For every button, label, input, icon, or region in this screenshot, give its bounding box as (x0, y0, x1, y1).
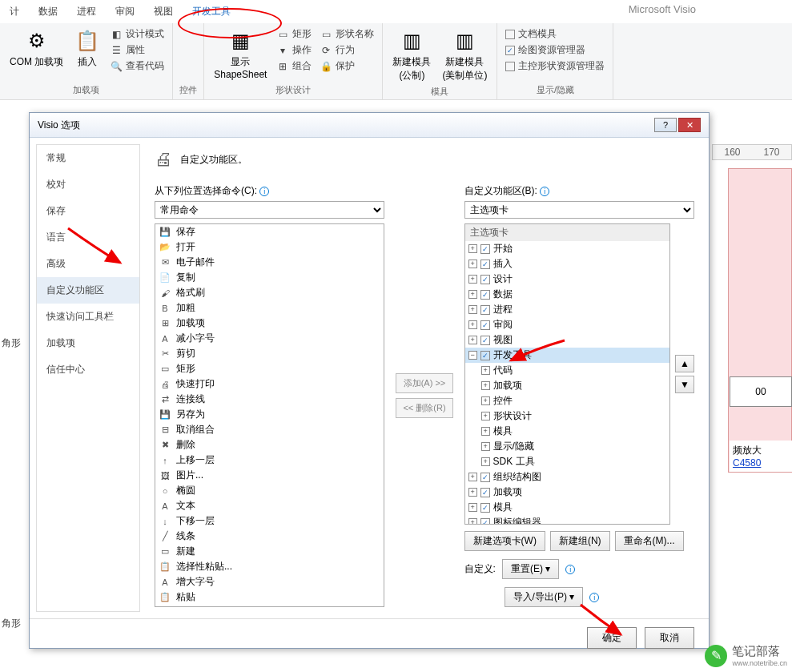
expand-icon[interactable]: + (468, 336, 477, 344)
tab-review[interactable]: 审阅 (106, 0, 144, 23)
sidebar-item[interactable]: 加载项 (37, 330, 139, 356)
view-code-button[interactable]: 🔍查看代码 (108, 58, 166, 74)
sidebar-item[interactable]: 快速访问工具栏 (37, 304, 139, 330)
reset-button[interactable]: 重置(E) ▾ (502, 559, 559, 579)
sidebar-item[interactable]: 校对 (37, 171, 139, 198)
sidebar-item[interactable]: 常规 (37, 145, 139, 171)
expand-icon[interactable]: + (468, 518, 477, 525)
sidebar-item[interactable]: 高级 (37, 251, 139, 277)
import-export-button[interactable]: 导入/导出(P) ▾ (505, 587, 584, 607)
expand-icon[interactable]: + (468, 275, 477, 284)
command-item[interactable]: ↓下移一层 (155, 513, 384, 529)
new-group-button[interactable]: 新建组(N) (550, 531, 610, 551)
tab-data[interactable]: 数据 (29, 0, 67, 23)
expand-icon[interactable]: + (468, 488, 477, 497)
checkbox-icon[interactable]: ✓ (480, 351, 490, 360)
com-addins-button[interactable]: ⚙COM 加载项 (6, 26, 66, 70)
tree-item[interactable]: +控件 (465, 393, 669, 408)
tree-item[interactable]: +✓视图 (465, 332, 669, 348)
command-item[interactable]: ▭新建 (155, 544, 384, 559)
new-stencil-us-button[interactable]: ▥新建模具 (美制单位) (439, 26, 490, 84)
add-button[interactable]: 添加(A) >> (396, 373, 452, 393)
command-item[interactable]: 📄复制 (155, 270, 384, 285)
tree-item[interactable]: +代码 (465, 363, 669, 378)
tree-item[interactable]: +模具 (465, 424, 669, 439)
shapename-button[interactable]: ▭形状名称 (318, 26, 376, 42)
checkbox-icon[interactable]: ✓ (480, 290, 490, 300)
command-item[interactable]: 🖼图片... (155, 468, 384, 483)
expand-icon[interactable]: + (481, 457, 490, 466)
group-button[interactable]: ⊞组合 (275, 58, 313, 74)
command-item[interactable]: 💾另存为 (155, 407, 384, 422)
rect-button[interactable]: ▭矩形 (275, 26, 313, 42)
checkbox-icon[interactable]: ✓ (480, 336, 490, 345)
expand-icon[interactable]: + (468, 305, 477, 314)
dialog-help-button[interactable]: ? (654, 118, 677, 132)
tab-developer[interactable]: 开发工具 (183, 0, 240, 23)
command-item[interactable]: ⊞加载项 (155, 316, 384, 331)
checkbox-icon[interactable]: ✓ (480, 473, 490, 482)
commands-listbox[interactable]: 💾保存📂打开✉电子邮件📄复制🖌格式刷B加粗⊞加载项A减小字号✂剪切▭矩形🖨快速打… (155, 223, 384, 607)
checkbox-icon[interactable]: ✓ (480, 305, 490, 315)
command-item[interactable]: ✖删除 (155, 437, 384, 453)
master-explorer-check[interactable]: 主控形状资源管理器 (504, 58, 606, 74)
ribbon-tree[interactable]: 主选项卡+✓开始+✓插入+✓设计+✓数据+✓进程+✓审阅+✓视图−✓开发工具+代… (464, 223, 670, 525)
operation-button[interactable]: ▾操作 (275, 42, 313, 58)
tree-item[interactable]: +SDK 工具 (465, 454, 669, 469)
remove-button[interactable]: << 删除(R) (396, 398, 452, 418)
sidebar-item[interactable]: 语言 (37, 224, 139, 251)
tab-file-end[interactable]: 计 (0, 0, 29, 23)
command-item[interactable]: 📋选择性粘贴... (155, 559, 384, 574)
tree-item[interactable]: −✓开发工具 (465, 348, 669, 363)
rename-button[interactable]: 重命名(M)... (615, 531, 684, 551)
expand-icon[interactable]: + (468, 320, 477, 329)
new-tab-button[interactable]: 新建选项卡(W) (464, 531, 545, 551)
tab-view[interactable]: 视图 (144, 0, 183, 23)
dialog-close-button[interactable]: ✕ (678, 118, 701, 132)
design-mode-button[interactable]: ◧设计模式 (108, 26, 166, 42)
move-up-button[interactable]: ▲ (675, 355, 694, 372)
command-item[interactable]: B加粗 (155, 300, 384, 316)
expand-icon[interactable]: + (468, 260, 477, 268)
command-item[interactable]: 📋粘贴 (155, 590, 384, 605)
command-item[interactable]: 🖨快速打印 (155, 376, 384, 392)
commands-from-combo[interactable]: 常用命令 (155, 201, 384, 219)
tree-item[interactable]: +✓模具 (465, 500, 669, 515)
expand-icon[interactable]: + (468, 503, 477, 512)
ok-button[interactable]: 确定 (587, 627, 637, 649)
bg-link[interactable]: C4580 (733, 457, 761, 469)
tree-item[interactable]: +✓组织结构图 (465, 469, 669, 485)
drawing-explorer-check[interactable]: ✓绘图资源管理器 (504, 42, 606, 58)
checkbox-icon[interactable]: ✓ (480, 488, 490, 497)
expand-icon[interactable]: + (481, 381, 490, 390)
command-item[interactable]: A减小字号 (155, 331, 384, 346)
expand-icon[interactable]: + (468, 290, 477, 299)
checkbox-icon[interactable]: ✓ (480, 260, 490, 269)
command-item[interactable]: ↑上移一层 (155, 453, 384, 468)
sidebar-item[interactable]: 信任中心 (37, 356, 139, 383)
command-item[interactable]: ✉电子邮件 (155, 255, 384, 270)
tree-item[interactable]: +✓开始 (465, 241, 669, 256)
expand-icon[interactable]: + (481, 442, 490, 451)
checkbox-icon[interactable]: ✓ (480, 275, 490, 284)
sidebar-item[interactable]: 自定义功能区 (37, 277, 139, 304)
command-item[interactable]: 🖌格式刷 (155, 285, 384, 300)
tree-item[interactable]: +✓图标编辑器 (465, 515, 669, 525)
command-item[interactable]: ↖指针工具 (155, 605, 384, 607)
tree-item[interactable]: +显示/隐藏 (465, 439, 669, 454)
command-item[interactable]: ⇄连接线 (155, 392, 384, 407)
behavior-button[interactable]: ⟳行为 (318, 42, 376, 58)
command-item[interactable]: ✂剪切 (155, 346, 384, 361)
command-item[interactable]: A文本 (155, 498, 384, 513)
expand-icon[interactable]: + (481, 427, 490, 436)
properties-button[interactable]: ☰属性 (108, 42, 166, 58)
checkbox-icon[interactable]: ✓ (480, 518, 490, 525)
new-stencil-metric-button[interactable]: ▥新建模具 (公制) (389, 26, 434, 84)
command-item[interactable]: ▭矩形 (155, 361, 384, 376)
tree-item[interactable]: +✓设计 (465, 272, 669, 287)
tree-item[interactable]: +✓插入 (465, 256, 669, 272)
cancel-button[interactable]: 取消 (645, 627, 694, 649)
checkbox-icon[interactable]: ✓ (480, 503, 490, 513)
checkbox-icon[interactable]: ✓ (480, 244, 490, 254)
checkbox-icon[interactable]: ✓ (480, 320, 490, 330)
